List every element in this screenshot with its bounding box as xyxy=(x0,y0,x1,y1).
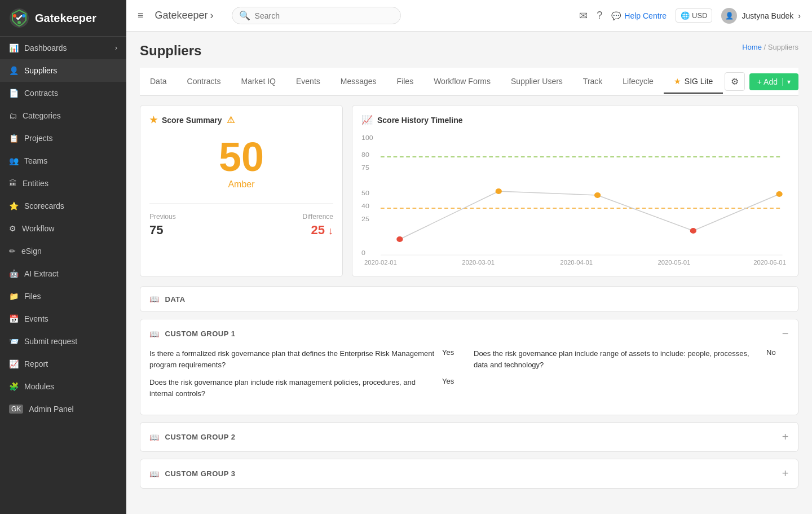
contracts-icon: 📄 xyxy=(9,89,19,98)
tab-files[interactable]: Files xyxy=(387,70,424,94)
chat-icon: 💬 xyxy=(611,11,621,20)
tab-sig-lite[interactable]: ★ SIG Lite xyxy=(664,70,723,94)
qa-row-2: Does the risk governance plan include ri… xyxy=(149,377,789,399)
sidebar-item-dashboards[interactable]: 📊 Dashboards › xyxy=(0,37,126,59)
tab-workflow-forms[interactable]: Workflow Forms xyxy=(423,70,501,94)
sidebar-item-files[interactable]: 📁 Files xyxy=(0,285,126,307)
breadcrumb-home[interactable]: Home xyxy=(742,43,762,51)
tab-market-iq[interactable]: Market IQ xyxy=(231,70,286,94)
sidebar-item-arrow: › xyxy=(115,44,117,52)
add-dropdown-arrow[interactable]: ▾ xyxy=(782,78,791,86)
answer-1: Yes xyxy=(442,348,465,370)
sidebar-item-suppliers[interactable]: 👤 Suppliers xyxy=(0,59,126,82)
gatekeeper-logo-icon xyxy=(9,8,29,28)
sidebar-item-submit-request[interactable]: 📨 Submit request xyxy=(0,330,126,353)
question-1: Is there a formalized risk governance pl… xyxy=(149,348,435,370)
categories-icon: 🗂 xyxy=(9,111,17,120)
tab-supplier-users[interactable]: Supplier Users xyxy=(501,70,573,94)
data-section-header[interactable]: 📖 DATA xyxy=(140,287,798,311)
sidebar-item-label: Suppliers xyxy=(24,66,117,75)
user-menu-arrow: › xyxy=(798,11,801,20)
tab-data[interactable]: Data xyxy=(140,70,177,94)
sidebar-item-workflow[interactable]: ⚙ Workflow xyxy=(0,217,126,240)
custom-group-1-toggle[interactable]: − xyxy=(782,327,789,340)
files-icon: 📁 xyxy=(9,292,19,301)
custom-group-2-toggle[interactable]: + xyxy=(782,430,789,443)
sidebar-item-scorecards[interactable]: ⭐ Scorecards xyxy=(0,195,126,217)
sidebar-item-label: Scorecards xyxy=(24,201,117,210)
qa-item-2: Does the risk governance plan include ra… xyxy=(474,348,789,370)
sidebar-item-modules[interactable]: 🧩 Modules xyxy=(0,375,126,398)
events-icon: 📅 xyxy=(9,314,19,323)
user-name: Justyna Budek xyxy=(742,11,793,20)
sidebar: Gatekeeper 📊 Dashboards › 👤 Suppliers 📄 … xyxy=(0,0,126,514)
data-section: 📖 DATA xyxy=(140,286,798,312)
custom-group-3-icon: 📖 xyxy=(149,469,160,478)
sidebar-item-label: Submit request xyxy=(24,337,117,346)
custom-group-2-header[interactable]: 📖 CUSTOM GROUP 2 + xyxy=(140,423,798,451)
content-area: Suppliers Home / Suppliers Data Contract… xyxy=(126,32,812,514)
tab-lifecycle[interactable]: Lifecycle xyxy=(612,70,663,94)
sidebar-item-contracts[interactable]: 📄 Contracts xyxy=(0,82,126,104)
sidebar-item-label: eSign xyxy=(21,247,117,256)
user-menu[interactable]: 👤 Justyna Budek › xyxy=(721,8,801,24)
menu-icon[interactable]: ≡ xyxy=(138,10,144,21)
svg-text:2020-06-01: 2020-06-01 xyxy=(753,260,786,266)
tab-events[interactable]: Events xyxy=(286,70,330,94)
settings-button[interactable]: ⚙ xyxy=(725,72,745,91)
sidebar-item-label: Entities xyxy=(23,179,117,188)
answer-2: No xyxy=(766,348,789,370)
svg-point-16 xyxy=(594,192,601,198)
projects-icon: 📋 xyxy=(9,134,19,143)
sig-lite-label: SIG Lite xyxy=(685,77,713,86)
custom-group-1-header[interactable]: 📖 CUSTOM GROUP 1 − xyxy=(140,319,798,348)
help-icon[interactable]: ? xyxy=(597,10,602,21)
custom-group-2-section: 📖 CUSTOM GROUP 2 + xyxy=(140,422,798,452)
email-icon[interactable]: ✉ xyxy=(579,10,588,22)
sidebar-item-entities[interactable]: 🏛 Entities xyxy=(0,172,126,195)
help-centre-label: Help Centre xyxy=(624,11,667,20)
sidebar-item-categories[interactable]: 🗂 Categories xyxy=(0,104,126,127)
breadcrumb-current: Suppliers xyxy=(768,43,798,51)
custom-group-3-header[interactable]: 📖 CUSTOM GROUP 3 + xyxy=(140,459,798,488)
sidebar-item-esign[interactable]: ✏ eSign xyxy=(0,240,126,262)
search-bar[interactable]: 🔍 xyxy=(232,7,401,24)
search-input[interactable] xyxy=(255,11,394,20)
sidebar-item-label: Admin Panel xyxy=(29,405,117,414)
custom-group-3-toggle[interactable]: + xyxy=(782,467,789,480)
tab-messages[interactable]: Messages xyxy=(330,70,387,94)
sidebar-item-report[interactable]: 📈 Report xyxy=(0,353,126,375)
score-summary-title: Score Summary xyxy=(162,116,222,125)
sidebar-item-ai-extract[interactable]: 🤖 AI Extract xyxy=(0,262,126,285)
svg-text:80: 80 xyxy=(361,151,369,158)
custom-group-1-content: Is there a formalized risk governance pl… xyxy=(140,348,798,415)
sidebar-item-projects[interactable]: 📋 Projects xyxy=(0,127,126,150)
svg-point-2 xyxy=(22,14,25,17)
difference-arrow-icon: ↓ xyxy=(328,225,333,236)
qa-row-1: Is there a formalized risk governance pl… xyxy=(149,348,789,370)
answer-4 xyxy=(766,377,789,399)
tabs-bar: Data Contracts Market IQ Events Messages… xyxy=(140,68,798,96)
qa-item-3: Does the risk governance plan include ri… xyxy=(149,377,465,399)
svg-point-14 xyxy=(396,236,403,242)
score-row: ★ Score Summary ⚠ 50 Amber Previous 75 D… xyxy=(140,105,798,277)
modules-icon: 🧩 xyxy=(9,382,19,391)
help-centre-link[interactable]: 💬 Help Centre xyxy=(611,11,667,20)
svg-text:2020-02-01: 2020-02-01 xyxy=(364,260,397,266)
tab-contracts[interactable]: Contracts xyxy=(177,70,231,94)
score-history-chart: 100 80 75 50 40 25 0 xyxy=(361,132,789,267)
currency-selector[interactable]: 🌐 USD xyxy=(676,8,712,23)
custom-group-2-title: CUSTOM GROUP 2 xyxy=(165,433,236,441)
sidebar-item-events[interactable]: 📅 Events xyxy=(0,307,126,330)
tab-track[interactable]: Track xyxy=(573,70,612,94)
add-button[interactable]: + Add ▾ xyxy=(749,73,798,90)
sidebar-item-teams[interactable]: 👥 Teams xyxy=(0,150,126,172)
sig-lite-star-icon: ★ xyxy=(674,77,681,86)
breadcrumb: Home / Suppliers xyxy=(742,43,798,51)
score-difference: Difference 25 ↓ xyxy=(303,213,333,238)
score-status: Amber xyxy=(149,179,333,190)
svg-text:0: 0 xyxy=(361,249,365,256)
user-avatar: 👤 xyxy=(721,8,737,24)
custom-group-1-icon: 📖 xyxy=(149,330,160,339)
sidebar-item-admin-panel[interactable]: GK Admin Panel xyxy=(0,398,126,420)
